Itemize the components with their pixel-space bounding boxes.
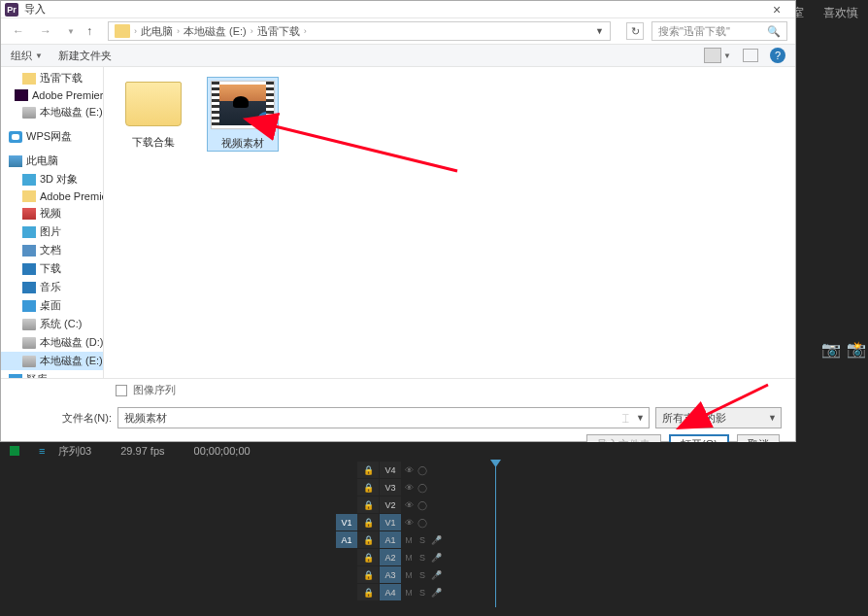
breadcrumb-part[interactable]: 本地磁盘 (E:) — [184, 24, 247, 39]
disk-icon — [22, 107, 36, 119]
mic-icon[interactable]: 🎤 — [430, 587, 442, 599]
eye-icon[interactable]: 👁 — [403, 464, 415, 476]
help-icon[interactable]: ? — [770, 48, 785, 63]
track-a2[interactable]: 🔒A2MS🎤 — [336, 549, 868, 565]
track-v3[interactable]: 🔒V3👁◯ — [336, 479, 868, 496]
nav-recent-dropdown[interactable]: ▼ — [63, 27, 79, 36]
lock-icon[interactable]: 🔒 — [357, 514, 379, 530]
premiere-icon — [15, 89, 28, 101]
breadcrumb-sep: › — [250, 26, 253, 36]
track-v1[interactable]: V1🔒V1👁◯ — [336, 514, 868, 530]
file-item-video[interactable]: 视频素材 — [207, 77, 279, 152]
breadcrumb-sep: › — [134, 26, 137, 36]
timecode: 00;00;00;00 — [194, 445, 250, 457]
sidebar-item[interactable]: 此电脑 — [1, 152, 103, 170]
sidebar-item[interactable]: 桌面 — [1, 296, 103, 315]
disk-icon — [22, 337, 36, 349]
eye-icon[interactable]: 👁 — [403, 482, 415, 494]
breadcrumb-part[interactable]: 此电脑 — [141, 24, 173, 39]
lock-icon[interactable]: 🔒 — [357, 496, 379, 513]
desktop-icon — [22, 300, 36, 312]
pc-icon — [9, 155, 22, 167]
track-a1[interactable]: A1🔒A1MS🎤 — [336, 531, 868, 548]
sidebar-item[interactable]: 迅雷下载 — [1, 69, 103, 87]
lock-icon[interactable]: 🔒 — [357, 566, 379, 583]
dropdown-icon[interactable]: ▼ — [723, 51, 731, 60]
sidebar-item[interactable]: WPS网盘 — [1, 127, 103, 146]
sidebar-item[interactable]: 本地磁盘 (E:) — [1, 103, 103, 121]
breadcrumb[interactable]: › 此电脑 › 本地磁盘 (E:) › 迅雷下载 › ▼ — [108, 21, 611, 41]
solo-icon[interactable]: S — [417, 569, 428, 581]
playhead[interactable] — [495, 462, 496, 607]
sidebar-item[interactable]: 本地磁盘 (D:) — [1, 333, 103, 352]
bg-menu-item[interactable]: 喜欢慎 — [823, 5, 858, 21]
lock-icon[interactable]: 🔒 — [357, 479, 379, 496]
sidebar-item[interactable]: 3D 对象 — [1, 170, 103, 188]
sidebar-item[interactable]: 音乐 — [1, 278, 103, 296]
close-icon[interactable]: × — [762, 2, 791, 17]
titlebar: Pr 导入 × — [1, 1, 795, 18]
sidebar-item[interactable]: 疑库 — [1, 370, 103, 378]
sidebar-item[interactable]: 文档 — [1, 241, 103, 259]
breadcrumb-dropdown-icon[interactable]: ▼ — [595, 26, 604, 36]
mute-icon[interactable]: M — [403, 552, 415, 564]
preview-pane-button[interactable] — [743, 49, 758, 62]
cloud-icon — [9, 131, 22, 143]
disk-icon — [22, 319, 36, 330]
search-icon[interactable]: 🔍 — [767, 25, 781, 38]
file-item-folder[interactable]: 下载合集 — [117, 77, 189, 150]
search-input[interactable]: 搜索"迅雷下载" 🔍 — [651, 21, 787, 41]
sidebar-item[interactable]: 图片 — [1, 222, 103, 241]
sidebar-item[interactable]: Adobe Premiere — [1, 87, 103, 103]
breadcrumb-part[interactable]: 迅雷下载 — [257, 24, 300, 39]
lock-icon[interactable]: 🔒 — [357, 462, 379, 478]
dropdown-icon[interactable]: ▼ — [636, 413, 645, 423]
sidebar-item[interactable]: 视频 — [1, 204, 103, 222]
app-icon: Pr — [5, 3, 18, 17]
mute-icon[interactable]: M — [403, 534, 415, 546]
track-v2[interactable]: 🔒V2👁◯ — [336, 496, 868, 513]
organize-button[interactable]: 组织 ▼ — [11, 49, 43, 63]
new-folder-button[interactable]: 新建文件夹 — [58, 49, 112, 63]
solo-icon[interactable]: S — [417, 534, 428, 546]
filetype-select[interactable]: 所有支持的影 ▼ — [655, 407, 782, 428]
track-a3[interactable]: 🔒A3MS🎤 — [336, 566, 868, 583]
lock-icon[interactable]: 🔒 — [357, 584, 379, 600]
dropdown-icon[interactable]: ▼ — [768, 413, 777, 423]
toggle-icon[interactable]: ◯ — [417, 464, 428, 476]
sidebar-item[interactable]: 系统 (C:) — [1, 315, 103, 333]
solo-icon[interactable]: S — [417, 587, 428, 599]
camera-icon[interactable]: 📷 — [821, 340, 835, 352]
sidebar-item[interactable]: 本地磁盘 (E:) — [1, 352, 103, 370]
music-icon — [22, 282, 36, 293]
solo-icon[interactable]: S — [417, 552, 428, 564]
image-sequence-checkbox[interactable] — [116, 385, 127, 396]
mic-icon[interactable]: 🎤 — [430, 552, 442, 564]
lock-icon[interactable]: 🔒 — [357, 549, 379, 565]
filename-input[interactable]: 视频素材 ⌶ ▼ — [117, 407, 650, 428]
mute-icon[interactable]: M — [403, 569, 415, 581]
track-a4[interactable]: 🔒A4MS🎤 — [336, 584, 868, 600]
lock-icon[interactable]: 🔒 — [357, 531, 379, 548]
nav-back-icon[interactable]: ← — [9, 24, 28, 38]
sidebar-item[interactable]: 下载 — [1, 259, 103, 278]
track-v4[interactable]: 🔒V4👁◯ — [336, 462, 868, 478]
eye-icon[interactable]: 👁 — [403, 499, 415, 511]
nav-up-icon[interactable]: ↑ — [86, 24, 92, 38]
toggle-icon[interactable]: ◯ — [417, 499, 428, 511]
folder-icon — [125, 82, 182, 126]
eye-icon[interactable]: 👁 — [403, 517, 415, 529]
mic-icon[interactable]: 🎤 — [430, 534, 442, 546]
view-mode-button[interactable] — [704, 48, 721, 63]
sidebar-item[interactable]: Adobe Premier — [1, 188, 103, 204]
refresh-button[interactable]: ↻ — [626, 22, 644, 40]
mute-icon[interactable]: M — [403, 587, 415, 599]
file-list[interactable]: 下载合集 视频素材 — [104, 67, 795, 378]
timeline[interactable]: 🔒V4👁◯ 🔒V3👁◯ 🔒V2👁◯ V1🔒V1👁◯ A1🔒A1MS🎤 🔒A2MS… — [336, 462, 868, 607]
file-label: 下载合集 — [132, 135, 175, 150]
toggle-icon[interactable]: ◯ — [417, 482, 428, 494]
toggle-icon[interactable]: ◯ — [417, 517, 428, 529]
camera-icon[interactable]: 📸 — [847, 340, 860, 352]
mic-icon[interactable]: 🎤 — [430, 569, 442, 581]
sequence-icon[interactable]: ≡ — [39, 445, 52, 457]
